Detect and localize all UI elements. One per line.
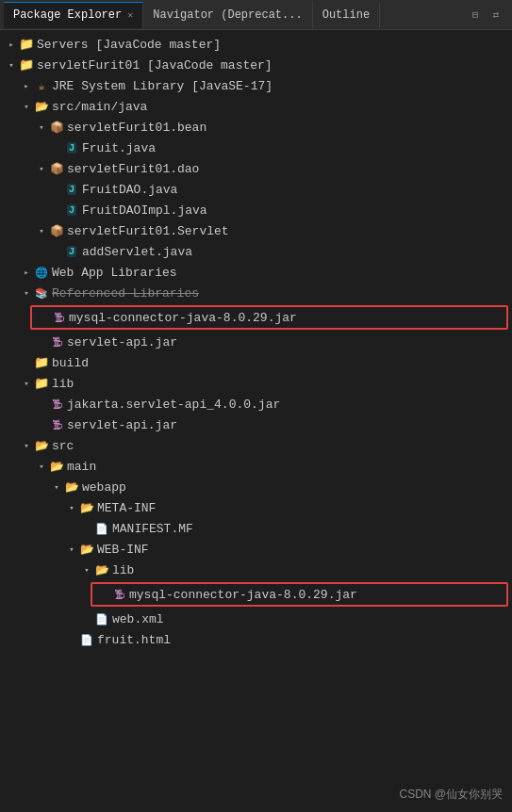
- expand-arrow[interactable]: [64, 542, 79, 557]
- tree-icon: 🗜: [111, 587, 126, 602]
- sync-button[interactable]: ⇄: [487, 7, 504, 24]
- tab-navigator-label: Navigator (Deprecat...: [153, 8, 302, 22]
- tree-icon: 📂: [79, 500, 94, 515]
- tree-item-jakarta-jar[interactable]: 🗜jakarta.servlet-api_4.0.0.jar: [0, 394, 512, 414]
- tree-icon: J: [64, 203, 79, 218]
- tree-icon: 📂: [64, 479, 79, 495]
- expand-arrow[interactable]: [19, 376, 34, 391]
- tree-item-dao-pkg[interactable]: 📦servletFurit01.dao: [0, 158, 512, 179]
- collapse-arrow[interactable]: [19, 78, 34, 93]
- tree-icon: 📁: [19, 37, 34, 52]
- tree-icon: J: [64, 244, 79, 259]
- tree-label: src/main/java: [52, 100, 147, 114]
- tree-label: servlet-api.jar: [67, 335, 177, 349]
- tree-icon: 📄: [79, 632, 94, 647]
- tree-item-webapp-folder[interactable]: 📂webapp: [0, 477, 512, 497]
- tree-item-mysql-jar-ref[interactable]: 🗜mysql-connector-java-8.0.29.jar: [32, 307, 506, 328]
- expand-arrow[interactable]: [34, 120, 49, 135]
- tree-item-servers[interactable]: 📁Servers [JavaCode master]: [0, 34, 512, 55]
- tree-label: servletFurit01 [JavaCode master]: [37, 58, 273, 73]
- tree-item-meta-inf-folder[interactable]: 📂META-INF: [0, 497, 512, 518]
- tab-outline[interactable]: Outline: [313, 2, 380, 28]
- expand-arrow[interactable]: [19, 285, 34, 300]
- tree-item-fruit-java[interactable]: JFruit.java: [0, 138, 512, 158]
- tree-item-bean-pkg[interactable]: 📦servletFurit01.bean: [0, 117, 512, 138]
- tree-icon: 📁: [34, 376, 49, 391]
- expand-arrow[interactable]: [49, 479, 64, 495]
- tree-label: mysql-connector-java-8.0.29.jar: [129, 588, 357, 602]
- tree-label: MANIFEST.MF: [112, 522, 193, 536]
- tree-container: 📁Servers [JavaCode master]📁servletFurit0…: [0, 30, 512, 812]
- tree-label: FruitDAO.java: [82, 183, 177, 197]
- tab-package-explorer[interactable]: Package Explorer ✕: [4, 2, 143, 28]
- tree-item-ref-libs[interactable]: 📚Referenced Libraries: [0, 283, 512, 303]
- tree-icon: 📦: [49, 120, 64, 135]
- expand-arrow[interactable]: [19, 438, 34, 453]
- tree-icon: 🗜: [49, 417, 64, 432]
- tree-label: Referenced Libraries: [52, 286, 199, 300]
- tree-label: servletFurit01.Servlet: [67, 224, 229, 238]
- tree-icon: ☕: [34, 78, 49, 93]
- tree-item-web-xml[interactable]: 📄web.xml: [0, 609, 512, 629]
- tree-item-src-main-java[interactable]: 📂src/main/java: [0, 96, 512, 117]
- collapse-arrow[interactable]: [19, 265, 34, 280]
- tree-item-servlet-api-jar[interactable]: 🗜servlet-api.jar: [0, 332, 512, 352]
- tree-item-box-mysql-jar-ref: 🗜mysql-connector-java-8.0.29.jar: [30, 305, 508, 330]
- tree-item-servlet-pkg[interactable]: 📦servletFurit01.Servlet: [0, 220, 512, 241]
- tab-navigator[interactable]: Navigator (Deprecat...: [143, 2, 312, 28]
- expand-arrow[interactable]: [34, 161, 49, 176]
- tree-item-fruit-html[interactable]: 📄fruit.html: [0, 629, 512, 650]
- watermark: CSDN @仙女你别哭: [399, 787, 503, 803]
- tree-icon: 📂: [94, 562, 109, 577]
- tree-item-lib-sub-folder[interactable]: 📂lib: [0, 560, 512, 580]
- tree-item-manifest-mf[interactable]: 📄MANIFEST.MF: [0, 518, 512, 539]
- tab-package-explorer-close[interactable]: ✕: [127, 9, 133, 21]
- tab-package-explorer-label: Package Explorer: [13, 8, 122, 22]
- collapse-arrow[interactable]: [4, 37, 19, 52]
- tree-item-fruitdao-java[interactable]: JFruitDAO.java: [0, 179, 512, 200]
- tree-label: Servers [JavaCode master]: [37, 38, 221, 52]
- tree-icon: J: [64, 140, 79, 155]
- tree-item-src-folder[interactable]: 📂src: [0, 435, 512, 456]
- tree-item-addservlet-java[interactable]: JaddServlet.java: [0, 241, 512, 262]
- tree-icon: 📁: [34, 355, 49, 370]
- collapse-all-button[interactable]: ⊟: [467, 7, 484, 24]
- tree-item-webapp-libs[interactable]: 🌐Web App Libraries: [0, 262, 512, 283]
- tree-icon: 🗜: [49, 334, 64, 349]
- expand-arrow[interactable]: [4, 57, 19, 73]
- tree-icon: 🗜: [49, 397, 64, 412]
- tree-item-servlet-api-jar2[interactable]: 🗜servlet-api.jar: [0, 414, 512, 435]
- tree-icon: 📁: [19, 57, 34, 73]
- expand-arrow[interactable]: [79, 562, 94, 577]
- tree-icon: 🌐: [34, 265, 49, 280]
- tree-item-main-folder[interactable]: 📂main: [0, 456, 512, 477]
- expand-arrow[interactable]: [34, 223, 49, 238]
- expand-arrow[interactable]: [64, 500, 79, 515]
- tree-item-box-mysql-jar-lib: 🗜mysql-connector-java-8.0.29.jar: [91, 582, 508, 607]
- tree-label: META-INF: [97, 501, 156, 515]
- tree-label: fruit.html: [97, 633, 171, 647]
- tree-label: lib: [52, 377, 74, 391]
- tree-item-web-inf-folder[interactable]: 📂WEB-INF: [0, 539, 512, 560]
- tree-label: servlet-api.jar: [67, 418, 177, 432]
- tree-item-build[interactable]: 📁build: [0, 352, 512, 373]
- expand-arrow[interactable]: [34, 459, 49, 474]
- tree-label: FruitDAOImpl.java: [82, 203, 207, 218]
- tree-item-jre[interactable]: ☕JRE System Library [JavaSE-17]: [0, 75, 512, 96]
- tree-icon: 📚: [34, 285, 49, 300]
- tree-label: lib: [112, 563, 134, 577]
- tree-item-mysql-jar-lib[interactable]: 🗜mysql-connector-java-8.0.29.jar: [92, 584, 506, 605]
- tree-label: src: [52, 439, 74, 453]
- tree-item-servletfurit01[interactable]: 📁servletFurit01 [JavaCode master]: [0, 55, 512, 75]
- tree-item-lib-folder[interactable]: 📁lib: [0, 373, 512, 394]
- tree-icon: 📦: [49, 223, 64, 238]
- expand-arrow[interactable]: [19, 99, 34, 114]
- tree-label: jakarta.servlet-api_4.0.0.jar: [67, 398, 280, 412]
- tree-item-fruitdaoimpl-java[interactable]: JFruitDAOImpl.java: [0, 200, 512, 220]
- tree-label: servletFurit01.bean: [67, 121, 206, 135]
- tree-label: WEB-INF: [97, 543, 149, 557]
- tree-label: web.xml: [112, 612, 164, 626]
- tree-label: Web App Libraries: [52, 266, 177, 280]
- tree-label: JRE System Library [JavaSE-17]: [52, 79, 273, 93]
- tree-icon: 🗜: [51, 310, 66, 325]
